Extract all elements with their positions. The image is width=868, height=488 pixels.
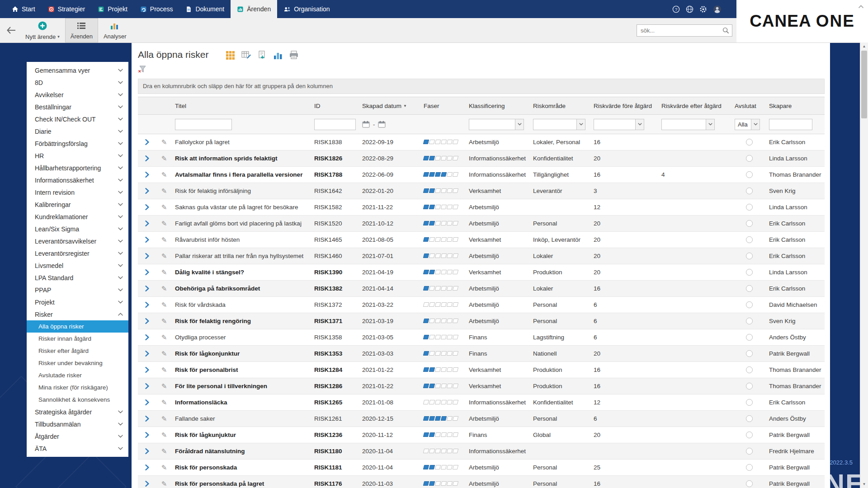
table-row[interactable]: ✎Risk för lågkunjukturRISK12362020-11-12…: [138, 427, 825, 443]
expand-row-button[interactable]: [145, 237, 149, 243]
settings-icon[interactable]: [699, 5, 707, 13]
table-row[interactable]: ✎Otydliga processerRISK13582021-03-05Fin…: [138, 329, 825, 346]
column-header-id[interactable]: ID: [311, 103, 359, 109]
column-header-titel[interactable]: Titel: [172, 103, 311, 109]
scroll-down-arrow[interactable]: ▼: [860, 482, 868, 486]
globe-icon[interactable]: [686, 5, 693, 13]
avslutat-radio[interactable]: [746, 139, 753, 145]
edit-row-button[interactable]: ✎: [161, 350, 167, 358]
sidebar-item-livsmedel[interactable]: Livsmedel: [27, 259, 128, 272]
sidebar-item-lean-six-sigma[interactable]: Lean/Six Sigma: [27, 223, 128, 235]
table-row[interactable]: ✎Risk för felaktig införsäljningRISK1642…: [138, 183, 825, 199]
date-to-picker[interactable]: [378, 121, 386, 128]
avslutat-radio[interactable]: [746, 334, 753, 341]
sidebar-item-gemensamma-vyer[interactable]: Gemensamma vyer: [27, 64, 128, 76]
column-header-avslutat[interactable]: Avslutat: [732, 103, 766, 109]
edit-row-button[interactable]: ✎: [161, 317, 167, 325]
table-row[interactable]: ✎Fallolyckor på lagretRISK18382022-09-19…: [138, 134, 825, 150]
filter-id-input[interactable]: [314, 119, 356, 130]
table-row[interactable]: ✎För lite personal i tillverkningenRISK1…: [138, 378, 825, 394]
tab-projekt[interactable]: Projekt: [91, 0, 134, 18]
table-row[interactable]: ✎Avtalsmallar finns i flera parallella v…: [138, 167, 825, 183]
avslutat-radio[interactable]: [746, 171, 753, 178]
sidebar-item-projekt[interactable]: Projekt: [27, 296, 128, 308]
edit-row-button[interactable]: ✎: [161, 301, 167, 309]
expand-row-button[interactable]: [145, 269, 149, 275]
sidebar-item-kundreklamationer[interactable]: Kundreklamationer: [27, 211, 128, 223]
expand-row-button[interactable]: [145, 139, 149, 145]
edit-row-button[interactable]: ✎: [161, 447, 167, 455]
avslutat-radio[interactable]: [746, 448, 753, 455]
expand-row-button[interactable]: [145, 383, 149, 389]
table-row[interactable]: ✎Farligt avfall glöms bort vid placering…: [138, 216, 825, 232]
design-view-icon[interactable]: [241, 51, 251, 60]
filter-titel-input[interactable]: [175, 119, 232, 130]
expand-row-button[interactable]: [145, 204, 149, 210]
edit-row-button[interactable]: ✎: [161, 155, 167, 163]
clear-filter-icon[interactable]: [138, 66, 148, 73]
expand-row-button[interactable]: [145, 334, 149, 340]
expand-row-button[interactable]: [145, 155, 149, 161]
filter-klassificering-select[interactable]: [469, 119, 524, 130]
column-header-faser[interactable]: Faser: [421, 103, 466, 109]
column-header-klassificering[interactable]: Klassificering: [466, 103, 530, 109]
edit-row-button[interactable]: ✎: [161, 382, 167, 390]
sidebar-item-risker-innan-atgard[interactable]: Risker innan åtgärd: [27, 333, 128, 345]
avslutat-radio[interactable]: [746, 480, 753, 487]
edit-row-button[interactable]: ✎: [161, 236, 167, 244]
edit-row-button[interactable]: ✎: [161, 366, 167, 374]
edit-row-button[interactable]: ✎: [161, 415, 167, 423]
avslutat-radio[interactable]: [746, 285, 753, 292]
edit-row-button[interactable]: ✎: [161, 480, 167, 488]
export-icon[interactable]: [258, 51, 267, 60]
column-header-skapad-datum[interactable]: Skapad datum▼: [359, 103, 421, 109]
sidebar-item-avvikelser[interactable]: Avvikelser: [27, 89, 128, 101]
sidebar-item-hallbarhetsrapportering[interactable]: Hållbarhetsrapportering: [27, 162, 128, 174]
filter-riskomrade-select[interactable]: [533, 119, 585, 130]
expand-row-button[interactable]: [145, 253, 149, 259]
expand-row-button[interactable]: [145, 302, 149, 308]
avslutat-radio[interactable]: [746, 188, 753, 194]
table-row[interactable]: ✎Risk för personskada på lagretRISK11762…: [138, 476, 825, 488]
avslutat-radio[interactable]: [746, 318, 753, 324]
avslutat-radio[interactable]: [746, 204, 753, 211]
avslutat-radio[interactable]: [746, 366, 753, 373]
sidebar-item-avslutade-risker[interactable]: Avslutade risker: [27, 369, 128, 381]
avslutat-radio[interactable]: [746, 383, 753, 389]
help-icon[interactable]: ?: [672, 5, 680, 13]
expand-row-button[interactable]: [145, 432, 149, 438]
new-case-button[interactable]: Nytt ärende▾: [20, 18, 65, 42]
sidebar-item-tillbudsanmalan[interactable]: Tillbudsanmälan: [27, 418, 128, 430]
table-row[interactable]: ✎Dålig kvalité i stängsel?RISK13902021-0…: [138, 264, 825, 281]
edit-row-button[interactable]: ✎: [161, 399, 167, 407]
edit-row-button[interactable]: ✎: [161, 268, 167, 277]
table-row[interactable]: ✎Risk för personalbristRISK12842021-01-2…: [138, 362, 825, 378]
table-row[interactable]: ✎Risk för felaktig rengöringRISK13712021…: [138, 313, 825, 329]
chevron-up-icon[interactable]: [858, 2, 864, 10]
sidebar-item-alla-oppna-risker[interactable]: Alla öppna risker: [27, 320, 128, 333]
expand-row-button[interactable]: [145, 448, 149, 454]
sidebar-item-hr[interactable]: HR: [27, 150, 128, 162]
expand-row-button[interactable]: [145, 318, 149, 324]
toolbar-button-analyser[interactable]: Analyser: [98, 18, 132, 42]
avslutat-radio[interactable]: [746, 301, 753, 308]
filter-riskvarde-fore-select[interactable]: [594, 119, 644, 130]
expand-row-button[interactable]: [145, 465, 149, 470]
avslutat-radio[interactable]: [746, 415, 753, 422]
avatar[interactable]: [713, 5, 722, 14]
table-row[interactable]: ✎Fallande sakerRISK12612020-12-15Arbetsm…: [138, 411, 825, 427]
edit-row-button[interactable]: ✎: [161, 464, 167, 472]
sidebar-item-diarie[interactable]: Diarie: [27, 125, 128, 137]
filter-avslutat-select[interactable]: Alla: [735, 119, 760, 130]
table-row[interactable]: ✎Saknas gula västar ute på lagret för be…: [138, 199, 825, 216]
search-input[interactable]: [637, 24, 732, 37]
table-row[interactable]: ✎Föråldrad nätanslutningRISK11802020-11-…: [138, 443, 825, 460]
edit-row-button[interactable]: ✎: [161, 203, 167, 211]
avslutat-radio[interactable]: [746, 432, 753, 438]
scroll-thumb[interactable]: [861, 51, 867, 118]
expand-row-button[interactable]: [145, 399, 149, 405]
sidebar-item-8d[interactable]: 8D: [27, 76, 128, 89]
table-row[interactable]: ✎InformationsläckaRISK12652021-01-08Info…: [138, 394, 825, 411]
tab-arenden[interactable]: Ärenden: [231, 0, 277, 18]
scroll-up-arrow[interactable]: ▲: [860, 44, 868, 48]
